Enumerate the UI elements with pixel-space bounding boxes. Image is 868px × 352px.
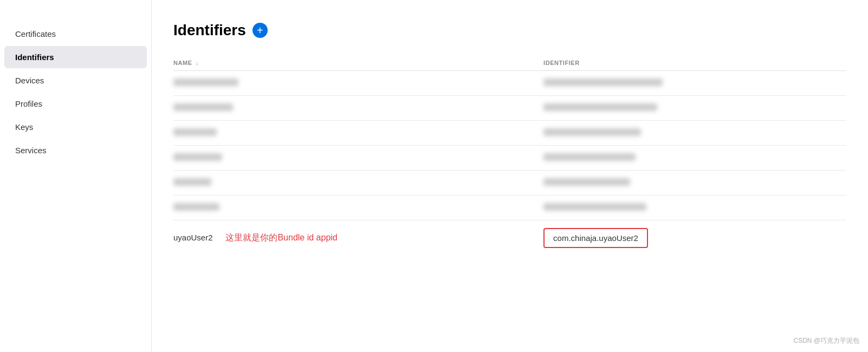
sidebar-item-devices[interactable]: Devices: [4, 69, 147, 92]
annotation-text: 这里就是你的Bundle id appid: [225, 233, 337, 242]
table-row[interactable]: [173, 121, 846, 146]
table-row[interactable]: [173, 146, 846, 171]
last-row-name-cell: uyaoUser2 这里就是你的Bundle id appid: [173, 220, 543, 256]
bundle-id-value: com.chinaja.uyaoUser2: [543, 228, 648, 248]
page-header: Identifiers +: [173, 22, 846, 39]
sidebar: Certificates Identifiers Devices Profile…: [0, 0, 152, 352]
identifier-cell: [543, 171, 846, 195]
col-header-name: NAME ↓: [173, 55, 543, 71]
sidebar-item-profiles[interactable]: Profiles: [4, 93, 147, 115]
identifier-cell: [543, 71, 846, 96]
identifier-cell: [543, 146, 846, 171]
sidebar-item-identifiers[interactable]: Identifiers: [4, 46, 147, 68]
identifier-cell: [543, 195, 846, 220]
identifier-cell: [543, 96, 846, 121]
last-row-name: uyaoUser2: [173, 233, 213, 242]
table-row[interactable]: [173, 195, 846, 220]
table-row-last[interactable]: uyaoUser2 这里就是你的Bundle id appid com.chin…: [173, 220, 846, 256]
table-row[interactable]: [173, 171, 846, 195]
sort-icon: ↓: [196, 60, 199, 66]
col-header-identifier: IDENTIFIER: [543, 55, 846, 71]
name-cell: [173, 195, 543, 220]
main-content: Identifiers + NAME ↓ IDENTIFIER: [152, 0, 868, 352]
sidebar-item-services[interactable]: Services: [4, 139, 147, 161]
sidebar-item-certificates[interactable]: Certificates: [4, 23, 147, 45]
name-cell: [173, 171, 543, 195]
sidebar-item-keys[interactable]: Keys: [4, 116, 147, 138]
identifiers-table: NAME ↓ IDENTIFIER: [173, 55, 846, 256]
name-cell: [173, 121, 543, 146]
name-cell: [173, 71, 543, 96]
name-cell: [173, 146, 543, 171]
page-title: Identifiers: [173, 22, 246, 39]
identifier-cell: [543, 121, 846, 146]
add-identifier-button[interactable]: +: [252, 23, 268, 38]
watermark: CSDN @巧克力芋泥包: [793, 336, 859, 346]
table-row[interactable]: [173, 96, 846, 121]
last-row-identifier-cell: com.chinaja.uyaoUser2: [543, 220, 846, 256]
name-cell: [173, 96, 543, 121]
table-row[interactable]: [173, 71, 846, 96]
